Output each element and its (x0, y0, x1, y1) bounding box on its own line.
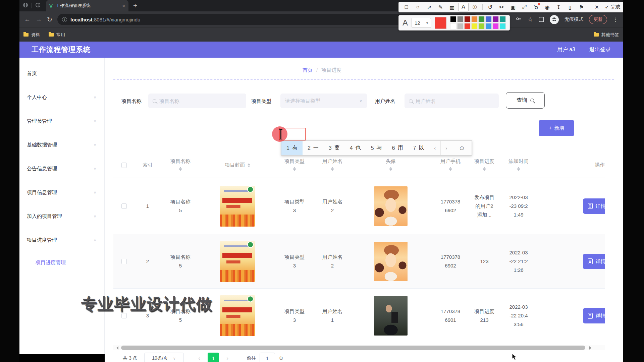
palette-swatch[interactable] (499, 16, 506, 22)
project-type-select[interactable]: 请选择项目类型 ∨ (280, 94, 367, 108)
download-icon[interactable]: ↧ (553, 3, 564, 11)
close-icon[interactable]: ✕ (592, 3, 602, 11)
new-tab-button[interactable]: + (133, 2, 137, 10)
user-name-input[interactable] (405, 94, 499, 108)
palette-swatch[interactable] (471, 16, 478, 22)
column-header-6[interactable]: 头像 (350, 153, 431, 178)
column-header-8[interactable]: 项目进度 (470, 153, 499, 178)
sort-asc-icon[interactable] (293, 166, 296, 169)
palette-swatch[interactable] (464, 23, 471, 29)
pen-tool-icon[interactable]: ✎ (435, 3, 446, 11)
add-button[interactable]: + 新增 (539, 120, 574, 136)
other-bookmarks[interactable]: 其他书签 (588, 32, 619, 38)
ime-prev-icon[interactable]: ‹ (429, 141, 440, 155)
expand-icon[interactable]: ⤢ (519, 3, 530, 11)
goto-page-input[interactable] (260, 353, 275, 362)
sort-icons[interactable] (248, 162, 250, 169)
search-button[interactable]: 查询 (506, 92, 545, 109)
palette-swatch[interactable] (499, 23, 506, 29)
forward-icon[interactable]: → (36, 16, 42, 23)
sidebar-item-6[interactable]: 加入的项目管理∨ (19, 204, 104, 228)
column-header-4[interactable]: 项目类型 (274, 153, 315, 178)
row-checkbox[interactable] (121, 203, 127, 209)
sort-asc-icon[interactable] (483, 166, 486, 169)
detail-button[interactable]: 详情 (583, 198, 605, 214)
sort-icons[interactable] (293, 166, 296, 172)
font-size-select[interactable]: 12 ▾ (412, 18, 431, 28)
scroll-right-icon[interactable] (589, 346, 593, 350)
sort-asc-icon[interactable] (179, 166, 182, 169)
sidebar-subitem-active[interactable]: 项目进度管理 (19, 252, 104, 273)
extension-window-icon[interactable] (539, 17, 544, 22)
sort-icons[interactable] (389, 166, 392, 172)
palette-swatch[interactable] (450, 23, 457, 29)
sidebar-item-0[interactable]: 首页 (19, 62, 104, 85)
palette-swatch[interactable] (464, 16, 471, 22)
bookmark-folder[interactable]: 资料 (23, 32, 40, 38)
sort-desc-icon[interactable] (331, 169, 334, 172)
sort-icons[interactable] (179, 166, 182, 172)
translate-icon[interactable]: ▣ (508, 3, 518, 11)
detail-button[interactable]: 详情 (583, 254, 605, 269)
breadcrumb-home[interactable]: 首页 (303, 67, 313, 73)
scroll-left-icon[interactable] (115, 346, 118, 350)
arrow-tool-icon[interactable]: ↗ (424, 3, 434, 11)
scrollbar-thumb[interactable] (121, 346, 585, 350)
sort-asc-icon[interactable] (248, 162, 250, 165)
ime-candidate[interactable]: 4也 (345, 141, 366, 155)
rect-tool-icon[interactable]: □ (401, 3, 412, 11)
mosaic-tool-icon[interactable]: ▦ (447, 3, 457, 11)
sort-desc-icon[interactable] (179, 169, 182, 172)
project-name-field[interactable] (159, 98, 242, 104)
palette-swatch[interactable] (450, 16, 457, 22)
sort-desc-icon[interactable] (293, 169, 296, 172)
sort-icons[interactable] (331, 166, 334, 172)
ime-next-icon[interactable]: › (440, 141, 452, 155)
ime-candidate[interactable]: 1有 (281, 141, 303, 155)
current-page[interactable]: 1 (208, 353, 219, 362)
ime-candidate[interactable]: 5与 (366, 141, 387, 155)
undo-icon[interactable]: ↺ (485, 3, 495, 11)
record-icon[interactable]: ◉ (542, 3, 552, 11)
palette-swatch[interactable] (485, 16, 492, 22)
browser-tab[interactable]: V 工作流程管理系统 × (46, 0, 128, 11)
palette-swatch[interactable] (478, 16, 485, 22)
page-size-select[interactable]: 10条/页 ∨ (144, 353, 184, 362)
ime-candidate[interactable]: 6用 (387, 141, 408, 155)
palette-swatch[interactable] (492, 23, 499, 29)
palette-swatch[interactable] (492, 16, 499, 22)
scissors-icon[interactable]: ✂ (496, 3, 507, 11)
sort-desc-icon[interactable] (248, 166, 250, 169)
palette-swatch[interactable] (478, 23, 485, 29)
pin-icon[interactable]: ⚲ (531, 3, 541, 11)
sidebar-item-3[interactable]: 基础数据管理∨ (19, 133, 104, 157)
header-user[interactable]: 用户 a3 (557, 46, 575, 53)
horizontal-scrollbar[interactable] (113, 345, 605, 350)
detail-button[interactable]: 详情 (583, 308, 605, 323)
sort-asc-icon[interactable] (449, 166, 452, 169)
ime-candidate[interactable]: 7以 (408, 141, 429, 155)
sort-asc-icon[interactable] (389, 166, 392, 169)
key-icon[interactable] (515, 15, 522, 23)
update-button[interactable]: 更新 (589, 15, 607, 24)
text-tool-icon[interactable]: A (458, 3, 469, 11)
sort-asc-icon[interactable] (517, 166, 520, 169)
sidebar-item-5[interactable]: 项目信息管理∨ (19, 181, 104, 204)
palette-swatch[interactable] (457, 23, 464, 29)
sidebar-item-1[interactable]: 个人中心∨ (19, 85, 104, 109)
sidebar-item-7[interactable]: 项目进度管理∧ (19, 228, 104, 252)
pinned-tab[interactable] (19, 0, 32, 11)
back-icon[interactable]: ← (24, 16, 31, 23)
project-name-input[interactable] (148, 94, 246, 108)
ellipse-tool-icon[interactable]: ○ (413, 3, 423, 11)
column-header-9[interactable]: 添加时间 (499, 153, 538, 178)
pinned-tab[interactable] (32, 0, 44, 11)
sort-icons[interactable] (449, 166, 452, 172)
device-icon[interactable]: ▯ (565, 3, 575, 11)
number-tool-icon[interactable]: ① (470, 3, 480, 11)
sort-desc-icon[interactable] (449, 169, 452, 172)
bookmark-star-icon[interactable]: ☆ (528, 16, 533, 23)
palette-swatch[interactable] (485, 23, 492, 29)
select-all-checkbox[interactable] (121, 163, 127, 168)
row-checkbox[interactable] (121, 259, 127, 264)
